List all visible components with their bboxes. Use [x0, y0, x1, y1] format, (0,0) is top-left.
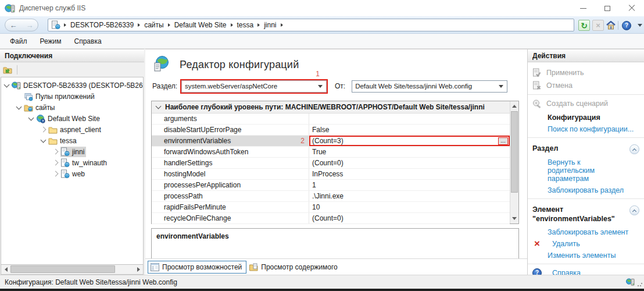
help-menu-caret[interactable] [634, 20, 644, 31]
nav-buttons: ← → [5, 19, 38, 31]
resize-grip[interactable] [637, 281, 643, 287]
browse-ellipsis-button[interactable]: ... [498, 137, 508, 145]
grid-row-rapidFailsPerMinute[interactable]: rapidFailsPerMinute 10 [152, 202, 510, 213]
section-dropdown[interactable]: system.webServer/aspNetCore [181, 80, 327, 93]
grid-row-recycleOnFileChange[interactable]: recycleOnFileChange (Count=0) [152, 213, 510, 224]
collapse-element-button[interactable] [629, 205, 639, 215]
tree-item-sites[interactable]: сайты [1, 102, 143, 113]
grid-row-processPath[interactable]: processPath .\Jinni.exe [152, 191, 510, 202]
grid-group-header[interactable]: Наиболее глубокий уровень пути: MACHINE/… [152, 101, 510, 113]
chevron-expanded-icon[interactable] [28, 115, 34, 120]
tree-item-web[interactable]: web [1, 168, 143, 179]
edit-items-link[interactable]: Изменить элементы [528, 250, 644, 261]
chevron-up-icon [632, 209, 636, 213]
cancel-icon [532, 81, 542, 90]
search-configuration-link[interactable]: Поиск по конфигурации... [528, 123, 644, 135]
apply-button: Применить [528, 66, 644, 79]
grid-row-arguments[interactable]: arguments [152, 113, 510, 125]
tree-item-app-pools[interactable]: Пулы приложений [1, 91, 143, 102]
server-icon [12, 81, 21, 90]
tree-item-jinni[interactable]: jinni [1, 146, 143, 157]
configuration-editor: Редактор конфигураций Раздел: 1 system.w… [145, 49, 527, 275]
delete-link[interactable]: Удалить [546, 240, 580, 248]
stop-button[interactable]: × [592, 20, 604, 31]
help-row: ? Справка [528, 267, 644, 275]
grid-row-handlerSettings[interactable]: handlerSettings (Count=0) [152, 158, 510, 169]
scrollbar-thumb[interactable] [10, 265, 115, 273]
scroll-left-arrow[interactable] [1, 265, 10, 274]
help-link[interactable]: Справка [546, 269, 581, 275]
sites-folder-icon [24, 103, 33, 112]
grid-row-forwardWindowsAuthToken[interactable]: forwardWindowsAuthToken True [152, 147, 510, 158]
divider [528, 198, 644, 199]
menu-view[interactable]: Режим [34, 35, 68, 48]
maximize-button[interactable] [595, 0, 620, 16]
tree-item-tw-winauth[interactable]: tw_winauth [1, 157, 143, 168]
chevron-collapsed-icon[interactable] [53, 149, 59, 155]
grid-row-processesPerApplication[interactable]: processesPerApplication 1 [152, 180, 510, 191]
help-button[interactable]: ? [621, 20, 632, 31]
content-view-icon [249, 263, 258, 271]
script-icon [532, 99, 542, 108]
grid-row-environmentVariables[interactable]: environmentVariables2 (Count=3) ... [152, 136, 510, 147]
cancel-button: Отмена [528, 79, 644, 92]
vertical-scrollbar[interactable] [510, 101, 518, 223]
connections-tree: DESKTOP-5B26339 (DESKTOP-5B26339 Пулы пр… [1, 77, 144, 265]
minimize-button[interactable] [571, 0, 595, 16]
menu-file[interactable]: Файл [3, 35, 34, 48]
actions-panel: Действия Применить [527, 49, 644, 275]
lock-section-link[interactable]: Заблокировать раздел [528, 184, 644, 196]
collapse-section-button[interactable] [629, 144, 639, 154]
breadcrumb-tessa[interactable]: tessa [235, 21, 256, 29]
back-button[interactable]: ← [10, 21, 17, 30]
menu-bar: Файл Режим Справка [0, 34, 644, 49]
scroll-up-arrow[interactable] [510, 102, 518, 111]
save-connection-icon[interactable] [3, 65, 12, 74]
grid-row-hostingModel[interactable]: hostingModel InProcess [152, 169, 510, 180]
breadcrumb-sites[interactable]: сайты [142, 21, 166, 29]
horizontal-scrollbar[interactable] [1, 265, 144, 275]
breadcrumb-server[interactable]: DESKTOP-5B26339 [69, 21, 135, 29]
toolbar-divider [618, 21, 618, 30]
menu-help[interactable]: Справка [68, 35, 108, 48]
tree-item-default-web-site[interactable]: ? Default Web Site [1, 113, 143, 124]
chevron-down-icon [499, 85, 503, 88]
revert-to-parent-link[interactable]: Вернуть к родительским параметрам [528, 157, 634, 184]
chevron-down-icon [638, 24, 642, 27]
chevron-collapsed-icon[interactable] [53, 160, 59, 166]
scroll-down-arrow[interactable] [510, 214, 518, 223]
tree-label: jinni [72, 148, 84, 156]
refresh-button[interactable]: ↻ [578, 20, 590, 31]
grid-row-disableStartUpErrorPage[interactable]: disableStartUpErrorPage False [152, 125, 510, 136]
tree-item-server[interactable]: DESKTOP-5B26339 (DESKTOP-5B26339 [1, 80, 143, 91]
tree-item-aspnet-client[interactable]: aspnet_client [1, 124, 143, 135]
home-button[interactable] [605, 20, 617, 31]
tree-label: DESKTOP-5B26339 (DESKTOP-5B26339 [23, 81, 143, 90]
forward-button[interactable]: → [26, 21, 34, 30]
main-content: Подключения [0, 49, 644, 275]
chevron-collapsed-icon[interactable] [41, 127, 46, 133]
from-dropdown[interactable]: Default Web Site/tessa/jinni Web.config [352, 80, 507, 93]
connections-header: Подключения [0, 49, 144, 62]
tab-features-view[interactable]: Просмотр возможностей [148, 261, 246, 274]
chevron-expanded-icon[interactable] [16, 104, 22, 109]
tree-item-tessa[interactable]: tessa [1, 135, 143, 146]
lock-element-link[interactable]: Заблокировать элемент [528, 226, 644, 238]
chevron-expanded-icon[interactable] [4, 81, 10, 87]
iis-manager-window: Диспетчер служб IIS ← → [0, 0, 644, 291]
connections-panel: Подключения [0, 49, 144, 275]
chevron-collapsed-icon[interactable] [53, 171, 59, 177]
window-title: Диспетчер служб IIS [19, 4, 85, 12]
scrollbar-thumb[interactable] [511, 111, 518, 193]
breadcrumb-jinni[interactable]: jinni [262, 21, 278, 29]
scroll-right-arrow[interactable] [134, 265, 143, 274]
address-bar[interactable]: DESKTOP-5B26339 сайты Default Web Site t… [48, 19, 574, 31]
chevron-down-icon [318, 85, 323, 88]
breadcrumb-default-web-site[interactable]: Default Web Site [173, 21, 228, 29]
delete-icon: × [532, 240, 542, 247]
features-view-icon [151, 263, 159, 271]
chevron-expanded-icon[interactable] [41, 137, 46, 143]
tree-label: web [72, 170, 85, 178]
tab-content-view[interactable]: Просмотр содержимого [246, 261, 342, 274]
close-button[interactable] [620, 0, 644, 16]
